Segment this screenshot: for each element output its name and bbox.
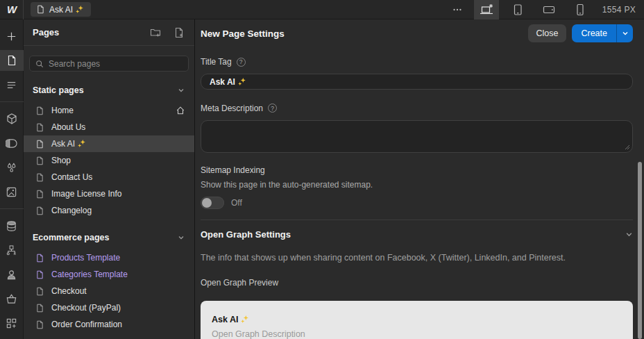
sitemap-indexing-description: Show this page in the auto-generated sit… (201, 180, 633, 190)
home-icon (176, 106, 185, 115)
og-preview-title: Ask AI (212, 315, 622, 324)
breakpoint-phone-landscape[interactable] (536, 0, 561, 19)
section-header-static-pages[interactable]: Static pages (24, 81, 194, 100)
apps-icon (6, 317, 17, 329)
style-manager-icon (6, 162, 17, 174)
page-item-label: About Us (51, 122, 85, 132)
page-icon (35, 304, 44, 313)
chevron-down-icon (178, 234, 185, 241)
more-menu-button[interactable] (447, 0, 468, 19)
sitemap-indexing-label: Sitemap Indexing (201, 165, 265, 175)
pages-panel-button[interactable] (0, 50, 24, 71)
search-pages-input[interactable]: Search pages (29, 56, 189, 72)
page-item-products-template[interactable]: Products Template (24, 249, 194, 266)
meta-description-label: Meta Description (201, 104, 263, 113)
users-button[interactable] (0, 264, 24, 285)
logic-icon (6, 245, 17, 256)
phone-landscape-icon (542, 3, 556, 17)
logic-button[interactable] (0, 240, 24, 261)
page-item-label: Image License Info (51, 189, 121, 199)
pages-panel-title: Pages (33, 27, 59, 38)
page-item-label: Checkout (PayPal) (51, 303, 121, 313)
breakpoint-phone-portrait[interactable] (568, 0, 593, 19)
new-page-icon[interactable] (173, 27, 185, 38)
page-item-image-license-info[interactable]: Image License Info (24, 185, 194, 202)
page-item-home[interactable]: Home (24, 102, 194, 119)
meta-description-input[interactable] (201, 120, 633, 153)
create-options-button[interactable] (616, 24, 633, 42)
webflow-logo-glyph: W (7, 3, 16, 15)
page-item-categories-template[interactable]: Categories Template (24, 266, 194, 283)
page-item-checkout[interactable]: Checkout (24, 283, 194, 299)
page-item-label: Shop (51, 156, 71, 165)
add-icon (6, 31, 17, 42)
components-icon (6, 113, 18, 125)
top-bar: W Ask AI (0, 0, 644, 19)
title-tag-label: Title Tag (201, 57, 232, 67)
title-tag-input[interactable]: Ask AI (201, 74, 633, 89)
page-item-label: Contact Us (51, 172, 92, 182)
page-item-label: Products Template (51, 253, 120, 263)
vertical-scrollbar[interactable] (638, 162, 642, 339)
webflow-logo[interactable]: W (0, 0, 24, 19)
title-tag-help-icon[interactable]: ? (237, 58, 246, 67)
desktop-base-icon (479, 3, 494, 17)
navigator-button[interactable] (0, 74, 24, 95)
page-item-label: Order Confirmation (51, 320, 122, 329)
settings-title: New Page Settings (201, 28, 285, 39)
left-toolbar (0, 19, 24, 339)
page-icon (35, 173, 44, 182)
close-button[interactable]: Close (528, 24, 567, 42)
breakpoint-desktop-base[interactable] (474, 0, 499, 19)
page-item-checkout-paypal[interactable]: Checkout (PayPal) (24, 299, 194, 316)
sitemap-indexing-toggle[interactable] (201, 197, 224, 209)
breakpoint-tablet[interactable] (505, 0, 530, 19)
open-page-tab-label: Ask AI (49, 5, 84, 15)
open-graph-settings-header[interactable]: Open Graph Settings (201, 229, 633, 240)
variables-button[interactable] (0, 133, 24, 154)
open-graph-settings-title: Open Graph Settings (201, 229, 291, 240)
open-graph-preview-label: Open Graph Preview (201, 278, 633, 288)
page-item-changelog[interactable]: Changelog (24, 202, 194, 219)
sparkle-icon (237, 77, 246, 86)
pages-icon (6, 55, 17, 66)
page-settings-panel: New Page Settings Close Create Title Tag (195, 19, 644, 339)
variables-icon (6, 138, 17, 149)
create-button[interactable]: Create (572, 24, 616, 42)
section-label: Static pages (33, 85, 84, 95)
page-item-ask-ai[interactable]: Ask AI (24, 135, 194, 152)
apps-button[interactable] (0, 313, 24, 333)
page-item-label: Checkout (51, 286, 87, 296)
section-header-ecommerce-pages[interactable]: Ecommerce pages (24, 228, 194, 247)
page-item-label: Categories Template (51, 270, 128, 279)
page-item-order-confirmation[interactable]: Order Confirmation (24, 316, 194, 333)
open-page-tab[interactable]: Ask AI (31, 2, 91, 17)
cms-icon (6, 220, 17, 232)
page-item-shop[interactable]: Shop (24, 152, 194, 169)
canvas-width-value[interactable]: 1554 PX (602, 5, 636, 15)
ellipsis-icon (452, 4, 463, 15)
meta-description-help-icon[interactable]: ? (268, 104, 277, 113)
page-item-about-us[interactable]: About Us (24, 119, 194, 135)
page-icon (35, 123, 44, 132)
page-icon (35, 320, 44, 329)
components-button[interactable] (0, 108, 24, 129)
assets-icon (6, 186, 17, 198)
cms-button[interactable] (0, 215, 24, 236)
tablet-icon (511, 3, 525, 17)
new-folder-icon[interactable] (150, 27, 161, 38)
page-icon (36, 5, 45, 14)
chevron-down-icon (625, 231, 633, 238)
page-icon (35, 270, 44, 279)
ecommerce-button[interactable] (0, 288, 24, 309)
add-element-button[interactable] (0, 26, 24, 47)
page-icon (35, 140, 44, 149)
search-placeholder: Search pages (49, 59, 100, 69)
page-item-contact-us[interactable]: Contact Us (24, 169, 194, 185)
sparkle-icon (240, 315, 249, 324)
ecommerce-icon (6, 293, 17, 305)
navigator-icon (6, 79, 17, 91)
sparkle-icon (77, 139, 86, 148)
style-manager-button[interactable] (0, 157, 24, 178)
assets-button[interactable] (0, 181, 24, 202)
